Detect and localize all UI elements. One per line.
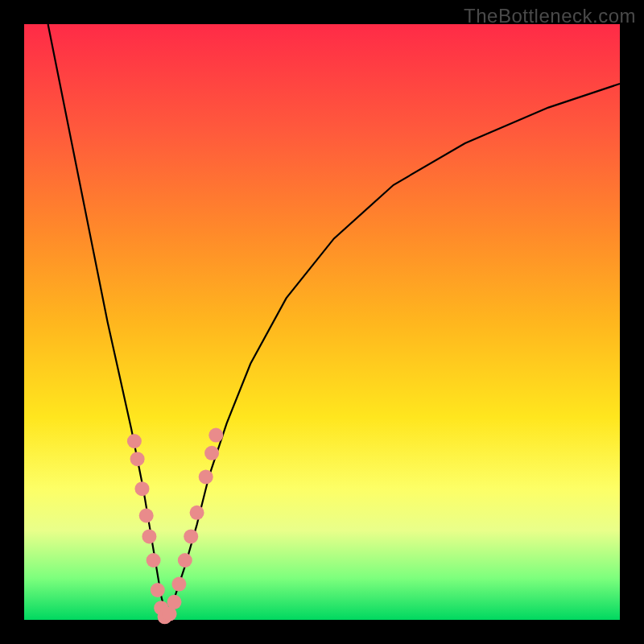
marker-dot xyxy=(135,481,150,496)
marker-dot xyxy=(190,506,204,520)
marker-dot xyxy=(142,529,156,543)
marker-dot xyxy=(130,452,145,466)
marker-dot xyxy=(208,428,223,443)
marker-dot xyxy=(204,446,219,460)
bottleneck-curve xyxy=(48,24,620,620)
marker-dot xyxy=(199,469,213,484)
marker-dot xyxy=(139,509,154,523)
watermark-text: TheBottleneck.com xyxy=(464,5,636,27)
marker-dot xyxy=(184,529,198,543)
marker-dot xyxy=(127,434,142,448)
chart-svg xyxy=(24,24,620,620)
marker-dot xyxy=(147,553,161,568)
marker-dot xyxy=(171,577,186,592)
marker-dot xyxy=(151,583,165,597)
chart-frame: TheBottleneck.com xyxy=(0,0,644,644)
marker-dot xyxy=(167,595,182,609)
marker-dot xyxy=(178,553,192,568)
